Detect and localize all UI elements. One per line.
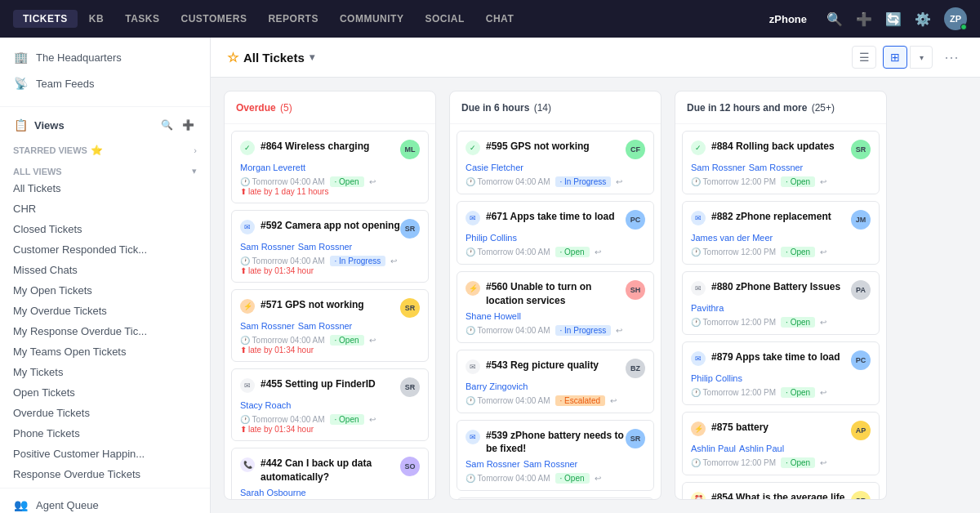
nav-link-my-tickets[interactable]: My Tickets [0, 362, 210, 382]
nav-tab-kb[interactable]: KB [79, 10, 114, 28]
nav-link-missed-chats[interactable]: Missed Chats [0, 260, 210, 280]
nav-link-positive-customer-happin[interactable]: Positive Customer Happin... [0, 444, 210, 464]
ticket-top: ✉ #671 Apps take time to load PC [466, 210, 645, 230]
agent-link[interactable]: Sam Rossner [523, 459, 578, 469]
search-views-btn[interactable]: 🔍 [158, 116, 176, 134]
status-badge: · Open [330, 414, 364, 425]
nav-tab-customers[interactable]: CUSTOMERS [171, 10, 256, 28]
view-options-btn[interactable]: ▾ [910, 46, 933, 69]
search-icon[interactable]: 🔍 [826, 11, 843, 27]
table-row[interactable]: ⏰ #854 What is the average life of a zPh… [682, 482, 880, 499]
nav-link-overdue-tickets[interactable]: Overdue Tickets [0, 403, 210, 423]
agent-link[interactable]: Sarah Osbourne [240, 488, 306, 497]
list-view-btn[interactable]: ☰ [852, 46, 876, 69]
agent-link[interactable]: Casie Fletcher [466, 163, 523, 172]
starred-views-title: STARRED VIEWS [13, 145, 87, 155]
avatar-initials: ZP [950, 14, 961, 24]
refresh-icon[interactable]: 🔄 [885, 11, 902, 27]
agent-link[interactable]: Ashlin Paul [691, 444, 736, 453]
nav-tab-community[interactable]: COMMUNITY [330, 10, 414, 28]
views-icon: 📋 [13, 118, 28, 132]
avatar: SO [400, 457, 420, 476]
agent-link[interactable]: Pavithra [691, 303, 724, 313]
nav-tab-tickets[interactable]: TICKETS [13, 10, 78, 28]
nav-link-my-open-tickets[interactable]: My Open Tickets [0, 280, 210, 301]
content-title-btn[interactable]: ☆ All Tickets ▾ [227, 50, 314, 65]
table-row[interactable]: ✉ #539 zPhone battery needs to be fixed!… [457, 420, 654, 492]
table-row[interactable]: ✉ #882 zPhone replacement JM James van d… [682, 201, 880, 265]
ticket-agents: Sam Rossner Sam Rossner [466, 459, 645, 469]
add-icon[interactable]: ➕ [856, 11, 872, 27]
nav-link-closed-tickets[interactable]: Closed Tickets [0, 219, 210, 239]
agent-link[interactable]: Sam Rossner [240, 321, 295, 331]
table-row[interactable]: ✉ #592 Camera app not opening SR Sam Ros… [231, 210, 429, 283]
column-header-due12: Due in 12 hours and more (25+) [675, 91, 886, 124]
ticket-late: ⬆late by 01:34 hour [240, 425, 420, 434]
table-row[interactable]: ✉ #455 Setting up FinderID SR Stacy Roac… [231, 368, 429, 441]
table-row[interactable]: ⚡ #560 Unable to turn on location servic… [457, 271, 654, 343]
ticket-icon-title: ✉ #671 Apps take time to load [466, 210, 626, 225]
nav-tab-social[interactable]: SOCIAL [415, 10, 474, 28]
nav-link-my-response-overdue-tic[interactable]: My Response Overdue Tic... [0, 321, 210, 341]
starred-expand-btn[interactable]: › [194, 145, 197, 155]
agent-link[interactable]: James van der Meer [691, 233, 773, 243]
table-row[interactable]: ✓ #445 Using live wallpapers PG Peter Gr… [457, 497, 654, 499]
agent-link[interactable]: Barry Zingovich [466, 381, 528, 391]
nav-link-all-tickets[interactable]: All Tickets [0, 178, 210, 199]
ticket-reply-icon: ↩ [610, 396, 617, 405]
agent-link[interactable]: Morgan Leverett [240, 163, 305, 172]
nav-link-customer-responded-tick[interactable]: Customer Responded Tick... [0, 239, 210, 260]
title-dropdown-icon[interactable]: ▾ [310, 51, 314, 63]
nav-link-open-tickets[interactable]: Open Tickets [0, 382, 210, 403]
nav-tab-tasks[interactable]: TASKS [115, 10, 169, 28]
content-area: ☆ All Tickets ▾ ☰ ⊞ ▾ ⋯ Overdue (5) ✓ #8… [211, 38, 980, 513]
nav-link-my-teams-open-tickets[interactable]: My Teams Open Tickets [0, 341, 210, 362]
all-views-expand-btn[interactable]: ▾ [192, 166, 197, 176]
ticket-meta: 🕐 Tomorrow 04:00 AM · Open ↩ [466, 473, 645, 484]
ticket-icon-title: ✉ #543 Reg picture quality [466, 359, 626, 374]
agent-link[interactable]: Sam Rossner [749, 163, 804, 172]
agent-link[interactable]: Ashlin Paul [739, 444, 784, 453]
nav-link-my-overdue-tickets[interactable]: My Overdue Tickets [0, 301, 210, 321]
nav-link-phone-tickets[interactable]: Phone Tickets [0, 423, 210, 444]
agent-link[interactable]: Sam Rossner [298, 242, 353, 252]
sidebar-item-team-feeds[interactable]: 📡 Team Feeds [0, 70, 210, 96]
table-row[interactable]: ⚡ #571 GPS not working SR Sam Rossner Sa… [231, 289, 429, 362]
avatar: SR [400, 298, 420, 318]
table-row[interactable]: ⚡ #875 battery AP Ashlin Paul Ashlin Pau… [682, 412, 880, 475]
agent-link[interactable]: Sam Rossner [298, 321, 353, 331]
table-row[interactable]: ✉ #880 zPhone Battery Issues PA Pavithra… [682, 271, 880, 335]
add-view-btn[interactable]: ➕ [179, 116, 197, 134]
table-row[interactable]: ✓ #864 Wireless charging ML Morgan Lever… [231, 131, 429, 203]
table-row[interactable]: 📞 #442 Can I back up data automatically?… [231, 448, 429, 499]
agent-link[interactable]: Sam Rossner [240, 242, 295, 252]
nav-link-response-overdue-tickets[interactable]: Response Overdue Tickets [0, 464, 210, 484]
table-row[interactable]: ✉ #671 Apps take time to load PC Philip … [457, 201, 654, 265]
settings-icon[interactable]: ⚙️ [915, 11, 931, 27]
more-options-btn[interactable]: ⋯ [939, 46, 964, 69]
nav-link-chr[interactable]: CHR [0, 199, 210, 219]
ticket-top: ✉ #882 zPhone replacement JM [691, 210, 871, 230]
late-icon: ⬆ [240, 187, 247, 196]
agent-link[interactable]: Stacy Roach [240, 400, 291, 410]
sidebar-item-headquarters[interactable]: 🏢 The Headquarters [0, 44, 210, 70]
agent-link[interactable]: Sam Rossner [691, 163, 746, 172]
table-row[interactable]: ✉ #879 Apps take time to load PC Philip … [682, 341, 880, 405]
views-label: Views [34, 119, 65, 132]
agent-link[interactable]: Philip Collins [691, 373, 742, 383]
nav-tab-reports[interactable]: REPORTS [258, 10, 328, 28]
agent-link[interactable]: Sam Rossner [466, 459, 520, 469]
agent-link[interactable]: Philip Collins [466, 233, 517, 243]
sidebar-item-agent-queue[interactable]: 👥 Agent Queue [0, 492, 210, 513]
ticket-reply-icon: ↩ [595, 474, 601, 483]
agent-link[interactable]: Shane Howell [466, 311, 521, 321]
table-row[interactable]: ✉ #543 Reg picture quality BZ Barry Zing… [457, 350, 654, 413]
nav-tab-chat[interactable]: CHAT [476, 10, 523, 28]
header-actions: ☰ ⊞ ▾ ⋯ [852, 46, 964, 69]
table-row[interactable]: ✓ #884 Rolling back updates SR Sam Rossn… [682, 131, 880, 194]
views-header[interactable]: 📋 Views 🔍 ➕ [0, 110, 210, 140]
table-row[interactable]: ✓ #595 GPS not working CF Casie Fletcher… [457, 131, 654, 194]
user-avatar[interactable]: ZP [944, 7, 967, 30]
grid-view-btn[interactable]: ⊞ [883, 46, 907, 69]
avatar: ML [400, 140, 420, 159]
